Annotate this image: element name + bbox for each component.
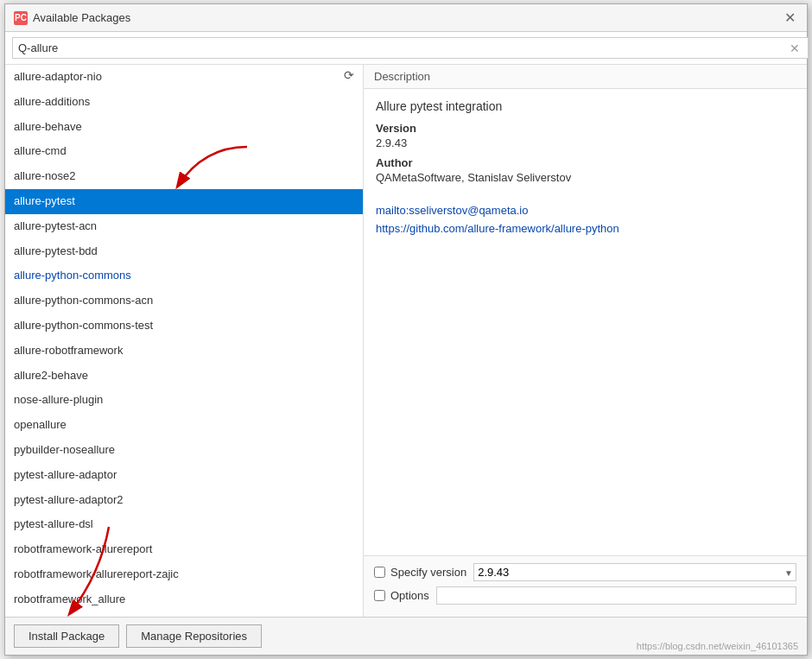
list-item[interactable]: allure-adaptor-nio bbox=[5, 65, 363, 90]
list-item[interactable]: allure-nose2 bbox=[5, 164, 363, 189]
list-item[interactable]: robotframework-allurereport bbox=[5, 537, 363, 562]
specify-version-label: Specify version bbox=[374, 566, 466, 579]
main-content: ⟳ allure-adaptor-nioallure-additionsallu… bbox=[5, 65, 807, 617]
list-item[interactable]: allure-pytest bbox=[5, 189, 363, 214]
list-item[interactable]: allure-cmd bbox=[5, 139, 363, 164]
specify-version-row: Specify version 2.9.43 ▼ bbox=[374, 563, 796, 581]
options-input[interactable] bbox=[436, 586, 796, 605]
list-item[interactable]: allure-robotframework bbox=[5, 339, 363, 364]
version-label: Version bbox=[376, 122, 795, 135]
list-item[interactable]: allure-python-commons-acn bbox=[5, 288, 363, 314]
author-value: QAMetaSoftware, Stanislav Seliverstov bbox=[376, 171, 795, 184]
list-item[interactable]: allure-additions bbox=[5, 90, 363, 115]
author-label: Author bbox=[376, 156, 795, 169]
list-item[interactable]: robotframework-allurereport-zajic bbox=[5, 562, 363, 587]
list-item[interactable]: allure-pytest-acn bbox=[5, 214, 363, 239]
search-input[interactable] bbox=[12, 37, 809, 59]
description-header: Description bbox=[364, 65, 807, 89]
list-item[interactable]: openallure bbox=[5, 413, 363, 438]
list-item[interactable]: robotframework_allure bbox=[5, 587, 363, 612]
list-item[interactable]: allure-pytest-bdd bbox=[5, 239, 363, 264]
email-link[interactable]: mailto:sseliverstov@qameta.io bbox=[376, 202, 795, 220]
list-item[interactable]: allure-python-commons bbox=[5, 263, 363, 288]
refresh-button[interactable]: ⟳ bbox=[340, 67, 358, 84]
options-checkbox[interactable] bbox=[374, 590, 385, 601]
list-item[interactable]: pybuilder-noseallure bbox=[5, 438, 363, 463]
version-select-wrapper: 2.9.43 ▼ bbox=[473, 563, 796, 581]
available-packages-dialog: PC Available Packages ✕ ✕ ⟳ allure-adapt… bbox=[4, 3, 808, 656]
options-label: Options bbox=[374, 589, 429, 602]
search-clear-icon[interactable]: ✕ bbox=[790, 41, 800, 55]
github-link[interactable]: https://github.com/allure-framework/allu… bbox=[376, 220, 795, 238]
options-row: Options bbox=[374, 586, 796, 605]
list-item[interactable]: pytest-allure-adaptor2 bbox=[5, 488, 363, 513]
title-bar-left: PC Available Packages bbox=[14, 11, 130, 25]
manage-repositories-button[interactable]: Manage Repositories bbox=[126, 624, 262, 648]
dialog-title: Available Packages bbox=[33, 11, 130, 24]
app-icon: PC bbox=[14, 11, 28, 25]
list-item[interactable]: allure-behave bbox=[5, 115, 363, 140]
list-item[interactable]: pytest-allure-adaptor bbox=[5, 463, 363, 488]
title-bar: PC Available Packages ✕ bbox=[5, 4, 807, 32]
search-bar: ✕ bbox=[5, 32, 807, 65]
version-value: 2.9.43 bbox=[376, 136, 795, 149]
footer: Install Package Manage Repositories http… bbox=[5, 617, 807, 655]
list-item[interactable]: nose-allure-plugin bbox=[5, 388, 363, 413]
package-list: allure-adaptor-nioallure-additionsallure… bbox=[5, 65, 363, 617]
version-options-section: Specify version 2.9.43 ▼ Options bbox=[364, 555, 807, 617]
description-body: Allure pytest integration Version 2.9.43… bbox=[364, 89, 807, 555]
package-description-title: Allure pytest integration bbox=[376, 99, 795, 113]
close-button[interactable]: ✕ bbox=[781, 10, 798, 27]
right-panel: Description Allure pytest integration Ve… bbox=[364, 65, 807, 617]
list-item[interactable]: allure2-behave bbox=[5, 364, 363, 389]
specify-version-checkbox[interactable] bbox=[374, 567, 385, 578]
watermark: https://blog.csdn.net/weixin_46101365 bbox=[637, 641, 798, 651]
install-package-button[interactable]: Install Package bbox=[14, 624, 119, 648]
list-item[interactable]: allure-python-commons-test bbox=[5, 314, 363, 339]
left-panel: ⟳ allure-adaptor-nioallure-additionsallu… bbox=[5, 65, 364, 617]
list-item[interactable]: pytest-allure-dsl bbox=[5, 512, 363, 537]
version-select[interactable]: 2.9.43 bbox=[473, 563, 796, 581]
